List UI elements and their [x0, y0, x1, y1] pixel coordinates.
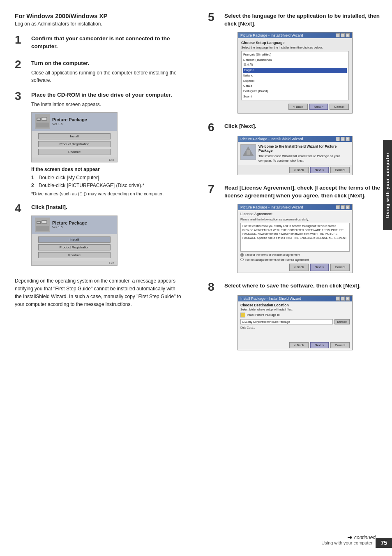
license-desc: Please read the following license agreem…	[240, 218, 350, 222]
pp-title: Picture Package	[52, 117, 87, 122]
lang-item-japanese[interactable]: 日本語	[243, 63, 347, 68]
welcome-next-btn[interactable]: Next >	[310, 167, 329, 173]
lang-next-btn[interactable]: Next >	[309, 104, 328, 110]
l-close-icon[interactable]: ×	[346, 205, 350, 209]
section-subtitle: Log on as Administrators for installatio…	[15, 21, 183, 27]
pp-version: Ver 1.5	[52, 122, 87, 126]
dest-cancel-btn[interactable]: Cancel	[330, 342, 350, 348]
license-cancel-btn[interactable]: Cancel	[330, 264, 350, 271]
step-6: 6 Click [Next]. Picture Package - Instal…	[208, 123, 382, 176]
svg-rect-14	[247, 150, 250, 155]
lang-item-italiano[interactable]: Italiano	[243, 73, 347, 79]
substep-1-text: Double-click [My Computer].	[39, 174, 101, 182]
svg-rect-8	[37, 222, 40, 223]
lang-back-btn[interactable]: < Back	[288, 104, 308, 110]
pp4-header: Picture Package Ver 1.5	[32, 216, 117, 234]
pp-readme-btn[interactable]: Readme	[38, 149, 111, 155]
step-4-heading: Click [Install].	[31, 204, 183, 211]
dest-btns: < Back Next > Cancel	[240, 341, 350, 348]
step-3-note: *Drive names (such as (E:)) may vary dep…	[31, 191, 183, 196]
dest-path-input[interactable]: C:\Sony Corporation\Picture Package	[240, 319, 333, 324]
lang-item-english[interactable]: English	[243, 68, 347, 73]
license-accept-radio[interactable]: I accept the terms of the license agreem…	[240, 253, 350, 257]
d-minimize-icon[interactable]: _	[336, 297, 340, 301]
step-8-heading: Select where to save the software, then …	[224, 282, 361, 290]
lang-cancel-btn[interactable]: Cancel	[330, 104, 349, 110]
svg-rect-4	[42, 118, 46, 120]
pp4-readme-btn[interactable]: Readme	[38, 252, 111, 258]
step-4: 4 Click [Install].	[15, 204, 183, 270]
l-minimize-icon[interactable]: _	[336, 205, 340, 209]
license-next-btn[interactable]: Next >	[310, 264, 329, 271]
dest-spacer	[240, 329, 350, 341]
welcome-back-btn[interactable]: < Back	[289, 167, 309, 173]
dest-back-btn[interactable]: < Back	[289, 342, 309, 348]
lang-item-espanol[interactable]: Español	[243, 79, 347, 84]
lang-item-swedish[interactable]: Swedish	[243, 100, 347, 100]
lang-item-francais[interactable]: Français (Simplified)	[243, 52, 347, 58]
step-2-heading: Turn on the computer.	[31, 60, 183, 67]
svg-rect-2	[37, 118, 40, 120]
step-4-content: Click [Install].	[31, 204, 183, 270]
welcome-ss-title: Welcome to the InstallShield Wizard for …	[258, 144, 350, 153]
substep-2-num: 2	[31, 182, 37, 190]
license-body: License Agreement Please read the follow…	[238, 210, 352, 272]
step-3-number: 3	[15, 90, 28, 102]
lang-ss-desc: Select the language for the installer fr…	[241, 46, 349, 49]
dest-next-btn[interactable]: Next >	[310, 342, 329, 348]
step-7-screenshot: Picture Package - InstallShield Wizard _…	[238, 204, 353, 273]
section-title: For Windows 2000/Windows XP	[15, 12, 183, 19]
side-tab-text: Using with your computer	[385, 152, 390, 218]
pp-product-reg-btn[interactable]: Product Registration	[38, 141, 111, 147]
welcome-cancel-btn[interactable]: Cancel	[330, 167, 350, 173]
step-3-body: The installation screen appears.	[31, 101, 183, 108]
license-reject-radio[interactable]: I do not accept the terms of the license…	[240, 258, 350, 262]
step-8-header: 8 Select where to save the software, the…	[208, 282, 382, 293]
d-close-icon[interactable]: ×	[346, 297, 350, 301]
maximize-icon[interactable]: □	[341, 33, 345, 37]
welcome-icon	[240, 144, 256, 160]
pp4-product-reg-btn[interactable]: Product Registration	[38, 244, 111, 250]
l-maximize-icon[interactable]: □	[341, 205, 345, 209]
step-8-number: 8	[208, 281, 221, 293]
dest-body: Choose Destination Location Select folde…	[238, 301, 352, 350]
dest-desc: Select folder where setup will install f…	[240, 308, 350, 311]
welcome-ss-body-text: The InstallShield Wizard will install Pi…	[258, 154, 350, 163]
body-paragraph: Depending on the operating system on the…	[15, 277, 183, 309]
step-7-heading: Read [License Agreement], check [I accep…	[224, 184, 382, 200]
pp-title-block: Picture Package Ver 1.5	[52, 117, 87, 126]
step-7-header: 7 Read [License Agreement], check [I acc…	[208, 184, 382, 202]
dest-folder-row: Install Picture Package to:	[240, 313, 350, 317]
lang-ss-titlebar: Picture Package - InstallShield Wizard _…	[238, 32, 352, 38]
svg-rect-11	[36, 226, 49, 231]
pp-install-btn[interactable]: Install	[38, 133, 111, 139]
w-close-icon[interactable]: ×	[346, 137, 350, 141]
lang-item-portuguese[interactable]: Português (Brasil)	[243, 89, 347, 94]
lang-item-deutsch[interactable]: Deutsch (Traditional)	[243, 58, 347, 63]
dest-browse-btn[interactable]: Browse	[334, 319, 350, 324]
minimize-icon[interactable]: _	[336, 33, 340, 37]
license-title-text: Picture Package - InstallShield Wizard	[240, 205, 303, 209]
step-2: 2 Turn on the computer. Close all applic…	[15, 60, 183, 84]
license-text-box[interactable]: For the continues to you strictly and to…	[240, 223, 350, 252]
pp4-logo-icon	[35, 218, 50, 232]
folder-icon	[240, 313, 245, 317]
pp-logo-icon	[35, 114, 50, 129]
step-3-screenshot: Picture Package Ver 1.5 Install Product …	[31, 112, 118, 162]
step-5-header: 5 Select the language for the applicatio…	[208, 12, 382, 30]
close-icon[interactable]: ×	[346, 33, 350, 37]
svg-rect-5	[36, 123, 49, 127]
w-minimize-icon[interactable]: _	[336, 137, 340, 141]
dest-heading: Choose Destination Location	[240, 303, 350, 307]
dest-disk-info: Disk Cost...	[240, 326, 350, 329]
lang-item-catala[interactable]: Català	[243, 83, 347, 89]
license-back-btn[interactable]: < Back	[289, 264, 309, 271]
lang-ss-btns: < Back Next > Cancel	[241, 102, 349, 111]
w-maximize-icon[interactable]: □	[341, 137, 345, 141]
step-3: 3 Place the CD-ROM in the disc drive of …	[15, 91, 183, 196]
pp4-footer: Exit	[32, 261, 117, 265]
d-maximize-icon[interactable]: □	[341, 297, 345, 301]
pp4-install-btn[interactable]: Install	[38, 236, 111, 243]
lang-item-suomi[interactable]: Suomi	[243, 94, 347, 100]
lang-list[interactable]: Français (Simplified) Deutsch (Tradition…	[241, 51, 349, 100]
